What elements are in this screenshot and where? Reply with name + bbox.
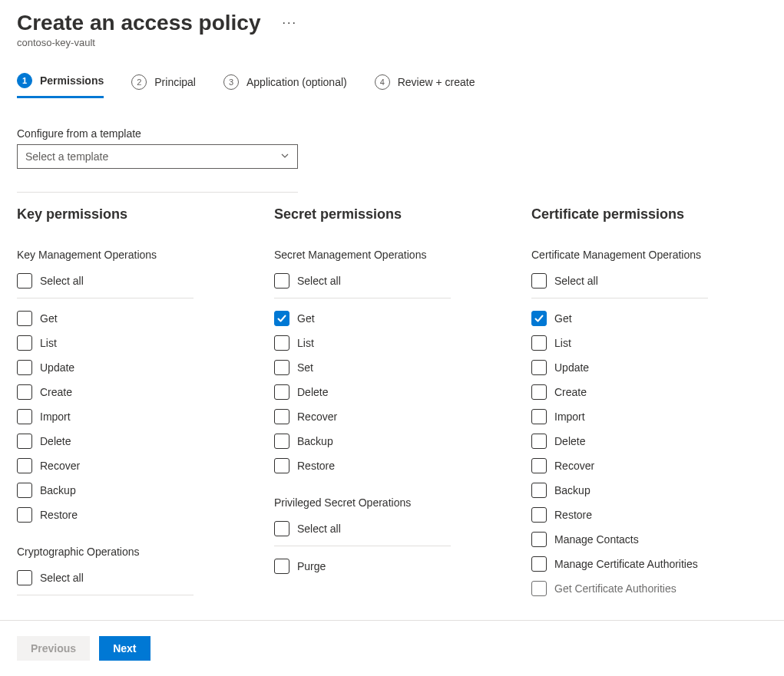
permission-recover[interactable]: Recover	[17, 453, 251, 478]
checkbox-icon	[274, 335, 289, 351]
template-placeholder: Select a template	[25, 150, 108, 163]
tab-label: Review + create	[398, 76, 475, 88]
permission-import[interactable]: Import	[531, 404, 766, 429]
permission-label: Create	[554, 387, 587, 397]
group-label: Certificate Management Operations	[531, 249, 766, 261]
permission-backup[interactable]: Backup	[531, 478, 766, 503]
permission-delete[interactable]: Delete	[17, 429, 251, 453]
permission-label: Select all	[297, 275, 341, 286]
permission-set[interactable]: Set	[274, 355, 508, 380]
permission-get-certificate-authorities[interactable]: Get Certificate Authorities	[531, 576, 766, 601]
permission-label: Delete	[554, 436, 585, 447]
group-label: Privileged Secret Operations	[274, 496, 508, 509]
select-all-checkbox[interactable]: Select all	[17, 269, 251, 293]
permission-label: Create	[40, 387, 72, 397]
permission-label: List	[297, 338, 314, 348]
permission-restore[interactable]: Restore	[17, 503, 251, 527]
checkbox-icon	[17, 507, 32, 523]
permission-import[interactable]: Import	[17, 404, 251, 429]
checkbox-icon	[17, 384, 32, 400]
page-title: Create an access policy	[17, 11, 261, 35]
more-icon[interactable]: ···	[283, 16, 297, 30]
checkbox-icon	[17, 483, 32, 498]
permission-update[interactable]: Update	[17, 355, 251, 380]
permission-get[interactable]: Get	[274, 306, 508, 331]
permission-label: Get	[297, 313, 315, 324]
permission-restore[interactable]: Restore	[274, 453, 508, 478]
permission-get[interactable]: Get	[531, 306, 766, 331]
permission-create[interactable]: Create	[531, 380, 766, 404]
permission-label: Get	[554, 313, 572, 324]
cert-permissions-heading: Certificate permissions	[531, 206, 766, 223]
permission-label: Import	[554, 411, 585, 422]
permission-purge[interactable]: Purge	[274, 554, 508, 579]
checkbox-icon	[531, 311, 547, 326]
checkbox-icon	[17, 335, 32, 351]
permission-label: Set	[297, 362, 313, 373]
permission-label: Select all	[40, 275, 84, 286]
checkbox-icon	[17, 273, 32, 289]
checkbox-icon	[274, 409, 289, 424]
permission-list[interactable]: List	[17, 331, 251, 355]
tab-label: Permissions	[40, 74, 104, 87]
divider	[17, 298, 194, 298]
checkbox-icon	[531, 384, 547, 400]
permission-list[interactable]: List	[531, 331, 766, 355]
permission-label: Manage Certificate Authorities	[554, 559, 698, 569]
permission-delete[interactable]: Delete	[531, 429, 766, 453]
checkbox-icon	[17, 360, 32, 375]
tab-review-create[interactable]: 4Review + create	[375, 73, 475, 98]
resource-subtitle: contoso-key-vault	[17, 37, 767, 48]
permission-manage-contacts[interactable]: Manage Contacts	[531, 527, 766, 552]
permission-label: Restore	[554, 509, 592, 520]
group-label: Secret Management Operations	[274, 249, 508, 261]
divider	[531, 298, 708, 298]
tab-permissions[interactable]: 1Permissions	[17, 73, 104, 98]
permission-label: Restore	[40, 509, 78, 520]
divider	[17, 595, 194, 595]
checkbox-icon	[274, 559, 289, 574]
permission-label: Select all	[554, 275, 598, 286]
checkbox-icon	[531, 434, 547, 449]
permission-backup[interactable]: Backup	[274, 429, 508, 453]
permission-recover[interactable]: Recover	[274, 404, 508, 429]
permission-manage-certificate-authorities[interactable]: Manage Certificate Authorities	[531, 552, 766, 576]
permission-update[interactable]: Update	[531, 355, 766, 380]
divider	[17, 192, 298, 193]
permission-label: Backup	[40, 485, 76, 496]
select-all-checkbox[interactable]: Select all	[531, 269, 766, 293]
checkbox-icon	[17, 409, 32, 424]
checkbox-icon	[274, 521, 289, 536]
tab-application-optional-[interactable]: 3Application (optional)	[223, 73, 347, 98]
group-label: Key Management Operations	[17, 249, 251, 261]
checkbox-icon	[274, 360, 289, 375]
wizard-tabs: 1Permissions2Principal3Application (opti…	[0, 48, 784, 98]
permission-get[interactable]: Get	[17, 306, 251, 331]
checkbox-icon	[531, 360, 547, 375]
permission-restore[interactable]: Restore	[531, 503, 766, 527]
checkbox-icon	[274, 458, 289, 473]
select-all-checkbox[interactable]: Select all	[274, 269, 508, 293]
select-all-checkbox[interactable]: Select all	[17, 566, 251, 590]
template-select[interactable]: Select a template	[17, 144, 298, 169]
template-label: Configure from a template	[17, 127, 767, 140]
checkbox-icon	[531, 556, 547, 572]
permission-recover[interactable]: Recover	[531, 453, 766, 478]
permission-label: Recover	[297, 411, 337, 422]
select-all-checkbox[interactable]: Select all	[274, 516, 508, 541]
permission-list[interactable]: List	[274, 331, 508, 355]
previous-button: Previous	[17, 636, 90, 661]
tab-principal[interactable]: 2Principal	[131, 73, 196, 98]
checkbox-icon	[274, 311, 289, 326]
permission-label: Select all	[297, 523, 341, 534]
permission-create[interactable]: Create	[17, 380, 251, 404]
next-button[interactable]: Next	[99, 636, 150, 661]
permission-backup[interactable]: Backup	[17, 478, 251, 503]
step-number-icon: 1	[17, 73, 32, 88]
checkbox-icon	[17, 458, 32, 473]
permission-delete[interactable]: Delete	[274, 380, 508, 404]
chevron-down-icon	[280, 151, 289, 163]
tab-label: Application (optional)	[246, 76, 347, 88]
group-label: Cryptographic Operations	[17, 546, 251, 558]
checkbox-icon	[17, 434, 32, 449]
